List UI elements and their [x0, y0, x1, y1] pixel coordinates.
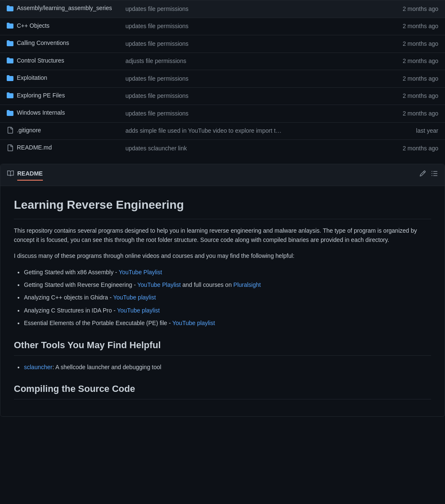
readme-description1: This repository contains several program…: [14, 226, 431, 245]
list-link-3[interactable]: YouTube playlist: [117, 307, 160, 314]
list-text-before: Getting Started with Reverse Engineering…: [24, 281, 137, 288]
list-text-before: Essential Elements of the Portable Execu…: [24, 320, 172, 326]
readme-section3-title: Compiling the Source Code: [14, 382, 431, 399]
list-link-1[interactable]: YouTube Playlist: [137, 281, 181, 288]
readme-label: README: [17, 169, 43, 181]
readme-tools-list: sclauncher: A shellcode launcher and deb…: [14, 362, 431, 372]
table-row: README.md updates sclauncher link 2 mont…: [0, 140, 445, 157]
file-time: 2 months ago: [372, 87, 445, 105]
file-time: 2 months ago: [372, 35, 445, 53]
file-table: Assembly/learning_assembly_series update…: [0, 0, 445, 157]
list-link2-1[interactable]: Pluralsight: [233, 281, 261, 288]
file-commit: updates file permissions: [118, 105, 371, 123]
file-time: last year: [372, 122, 445, 140]
file-time: 2 months ago: [372, 0, 445, 18]
folder-icon: [7, 57, 13, 64]
file-time: 2 months ago: [372, 52, 445, 70]
list-link-0[interactable]: YouTube Playlist: [118, 269, 162, 276]
file-name[interactable]: Windows Internals: [17, 108, 65, 117]
page-container: Assembly/learning_assembly_series update…: [0, 0, 445, 417]
readme-header-left: README: [7, 169, 43, 181]
folder-icon: [7, 22, 13, 29]
readme-section: README Learning Reverse Engineering This…: [0, 164, 445, 417]
table-row: C++ Objects updates file permissions 2 m…: [0, 18, 445, 35]
list-link-4[interactable]: YouTube playlist: [172, 320, 215, 326]
file-link[interactable]: README.md: [7, 143, 52, 152]
file-name[interactable]: Exploring PE Files: [17, 91, 65, 100]
folder-icon: [7, 92, 13, 99]
list-text-before: Analyzing C++ objects in Ghidra -: [24, 294, 113, 301]
file-commit: adds simple file used in YouTube video t…: [118, 122, 371, 140]
file-link[interactable]: Exploitation: [7, 74, 47, 82]
book-icon: [7, 170, 14, 179]
table-row: Exploitation updates file permissions 2 …: [0, 70, 445, 88]
table-row: Exploring PE Files updates file permissi…: [0, 87, 445, 105]
table-row: Windows Internals updates file permissio…: [0, 105, 445, 123]
file-link[interactable]: Exploring PE Files: [7, 91, 65, 100]
folder-icon: [7, 40, 13, 47]
table-row: Assembly/learning_assembly_series update…: [0, 0, 445, 18]
file-commit: updates file permissions: [118, 0, 371, 18]
list-text-before: Analyzing C Structures in IDA Pro -: [24, 307, 117, 314]
file-time: 2 months ago: [372, 105, 445, 123]
readme-header: README: [0, 164, 445, 186]
file-name[interactable]: Calling Conventions: [17, 39, 69, 47]
file-commit: updates sclauncher link: [118, 140, 371, 157]
list-item: Getting Started with Reverse Engineering…: [24, 280, 431, 289]
file-time: 2 months ago: [372, 18, 445, 35]
folder-icon: [7, 5, 13, 12]
file-time: 2 months ago: [372, 140, 445, 157]
file-name[interactable]: Control Structures: [17, 56, 64, 65]
list-item: Getting Started with x86 Assembly - YouT…: [24, 268, 431, 277]
tools-text-after: : A shellcode launcher and debugging too…: [53, 364, 161, 370]
table-row: Calling Conventions updates file permiss…: [0, 35, 445, 53]
readme-body: Learning Reverse Engineering This reposi…: [0, 186, 445, 417]
file-commit: updates file permissions: [118, 70, 371, 88]
file-name[interactable]: C++ Objects: [17, 21, 50, 30]
file-commit: adjusts file permissions: [118, 52, 371, 70]
readme-header-icons: [419, 170, 438, 179]
file-link[interactable]: Assembly/learning_assembly_series: [7, 4, 112, 13]
edit-icon[interactable]: [419, 170, 426, 179]
list-link-2[interactable]: YouTube playlist: [113, 294, 156, 301]
list-item: Analyzing C Structures in IDA Pro - YouT…: [24, 306, 431, 315]
list-item: Essential Elements of the Portable Execu…: [24, 318, 431, 328]
file-icon: [7, 127, 13, 134]
readme-description2: I discuss many of these programs through…: [14, 251, 431, 260]
list-item: Analyzing C++ objects in Ghidra - YouTub…: [24, 293, 431, 302]
readme-list: Getting Started with x86 Assembly - YouT…: [14, 268, 431, 328]
file-commit: updates file permissions: [118, 18, 371, 35]
table-row: Control Structures adjusts file permissi…: [0, 52, 445, 70]
list-text-after: and full courses on: [181, 281, 233, 288]
folder-icon: [7, 110, 13, 116]
file-link[interactable]: Calling Conventions: [7, 39, 69, 47]
file-link[interactable]: .gitignore: [7, 126, 41, 135]
tools-link-0[interactable]: sclauncher: [24, 364, 53, 370]
table-row: .gitignore adds simple file used in YouT…: [0, 122, 445, 140]
file-commit: updates file permissions: [118, 87, 371, 105]
file-icon: [7, 144, 13, 151]
file-name[interactable]: README.md: [17, 143, 52, 152]
folder-icon: [7, 75, 13, 81]
readme-main-title: Learning Reverse Engineering: [14, 196, 431, 219]
file-link[interactable]: Control Structures: [7, 56, 64, 65]
list-icon[interactable]: [431, 170, 438, 179]
file-link[interactable]: C++ Objects: [7, 21, 50, 30]
file-time: 2 months ago: [372, 70, 445, 88]
file-link[interactable]: Windows Internals: [7, 108, 65, 117]
tools-list-item: sclauncher: A shellcode launcher and deb…: [24, 362, 431, 372]
file-name[interactable]: .gitignore: [17, 126, 41, 135]
readme-section2-title: Other Tools You May Find Helpful: [14, 338, 431, 356]
list-text-before: Getting Started with x86 Assembly -: [24, 269, 118, 276]
file-commit: updates file permissions: [118, 35, 371, 53]
file-name[interactable]: Exploitation: [17, 74, 47, 82]
file-name[interactable]: Assembly/learning_assembly_series: [17, 4, 112, 13]
